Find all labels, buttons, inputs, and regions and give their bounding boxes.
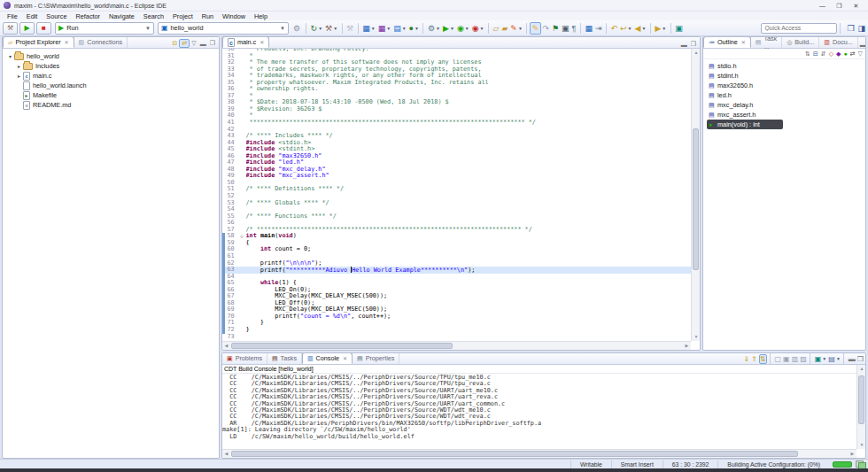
code-line[interactable]: 34 * trademarks, maskwork rights, or any… [222,73,691,80]
coverage-icon[interactable]: ◉▼ [455,22,470,35]
code-line[interactable]: 39 * $Revision: 36263 $ [222,106,691,113]
scrollbar-thumb[interactable] [231,343,453,349]
view-menu-icon[interactable]: ▽ [858,50,863,58]
scroll-left-arrow-icon[interactable]: ◀ [222,342,230,350]
outline-item-mxc-assert-h[interactable]: ▤mxc_assert.h [703,110,865,120]
code-line[interactable]: 72} [222,327,691,334]
remove-launch-icon[interactable]: ▨ [800,355,807,363]
tab-project-explorer[interactable]: ▱Project Explorer✕ [3,36,74,48]
minimize-view-icon[interactable]: ▬ [849,355,856,363]
code-line[interactable]: 46#include "max32650.h" [222,153,691,160]
perspective-current-icon[interactable]: ◨ [857,24,865,33]
open-console-icon[interactable]: ▣ [815,355,822,363]
code-line[interactable]: 64 [222,274,691,281]
menu-help[interactable]: Help [250,12,272,20]
annotation-wand-icon[interactable]: ✎▼ [509,22,524,35]
minimize-view-icon[interactable]: ▬ [198,41,208,47]
run-button[interactable]: ▶ [19,22,35,35]
code-line[interactable]: 52 [222,193,691,200]
minimize-view-icon[interactable]: ▬ [679,42,689,48]
code-line[interactable]: 35 * property whatsoever. Maxim Integrat… [222,80,691,87]
tree-item-readme-md[interactable]: ≡README.md [3,100,219,110]
maximize-view-icon[interactable]: ❒ [857,355,864,363]
scrollbar-thumb[interactable] [231,451,798,457]
code-line[interactable]: 67 MXC_Delay(MXC_DELAY_MSEC(500)); [222,293,691,300]
previous-location-icon[interactable]: ↩▼ [619,22,634,35]
console-vertical-scrollbar[interactable]: ▲ ▼ [856,365,865,449]
code-line[interactable]: 47#include "led.h" [222,159,691,166]
code-line[interactable]: 31 * [222,53,691,60]
tab-docu-[interactable]: ▥Docu... [819,36,857,48]
tree-item-makefile[interactable]: ▸Makefile [3,90,219,100]
scroll-right-arrow-icon[interactable]: ▶ [683,342,691,350]
pin-console-icon[interactable]: ▥ [792,355,799,363]
tab-build-[interactable]: ◎Build... [782,36,819,48]
code-line[interactable]: 51/* **** Definitions **** */ [222,186,691,193]
editor-horizontal-scrollbar[interactable]: ◀ ▶ [222,341,691,350]
close-button[interactable]: ✕ [848,1,864,11]
code-line[interactable]: 59{ [222,240,691,247]
next-edit-icon[interactable]: ↷ [541,22,551,35]
debug-config-icon[interactable]: ⚙▼ [426,22,441,35]
new-c-project-icon[interactable]: ▦▼ [361,22,376,35]
build-button[interactable]: ⚒ [3,22,18,35]
tab-console[interactable]: ▥Console✕ [302,352,353,364]
tab-outline[interactable]: ≔Outline✕ [703,36,751,48]
code-editor[interactable]: 30 * Products, Inc. Branding Policy.31 *… [222,49,691,341]
block-selection-icon[interactable]: ▦ [584,22,594,35]
outline-item-max32650-h[interactable]: ▤max32650.h [703,81,865,90]
show-whitespace-icon[interactable]: ¶ [570,22,577,35]
maximize-button[interactable]: ❐ [831,1,848,11]
editor-vertical-scrollbar[interactable]: ▲ ▼ [691,49,700,341]
code-line[interactable]: 63 printf("**********Adiuvo Hello World … [222,267,691,274]
pin-editor-icon[interactable]: ▣ [674,22,685,35]
link-with-editor-icon[interactable]: ⇄ [850,50,856,58]
scroll-lock-icon[interactable]: ⇅ [759,354,767,364]
outline-item-main-void-int[interactable]: ●main(void) : int [707,120,783,129]
tab-task-[interactable]: ▤Task ... [751,36,782,48]
code-line[interactable]: 60 int count = 0; [222,246,691,253]
code-line[interactable]: 62 printf("\n\n\n"); [222,260,691,267]
code-line[interactable]: 50 [222,180,691,187]
fold-minus-icon[interactable]: ⊖ [238,233,246,240]
open-resource-icon[interactable]: ▰ [500,22,509,35]
menu-project[interactable]: Project [168,12,198,20]
clear-console-icon[interactable]: ▢ [775,355,782,363]
launch-mode-combo[interactable]: ▶ Run ▼ [55,22,154,35]
mark-occurrences-icon[interactable]: ✎ [530,22,541,35]
code-line[interactable]: 68 LED_Off(0); [222,300,691,307]
tree-item-includes[interactable]: ▸Includes [3,61,219,71]
new-c-file-icon[interactable]: ▤▼ [392,22,407,35]
scroll-left-arrow-icon[interactable]: ◀ [222,450,230,458]
link-with-editor-icon[interactable]: ⇄ [179,39,190,48]
focus-icon[interactable]: ⇅ [805,50,810,58]
close-icon[interactable]: ✕ [260,39,264,45]
code-line[interactable]: 54 [222,206,691,213]
profile-icon[interactable]: ◉▼ [470,22,485,35]
expander-icon[interactable]: ▸ [15,73,23,79]
code-line[interactable]: 73 [222,334,691,341]
scroll-down-arrow-icon[interactable]: ▼ [692,333,701,341]
outline-item-mxc-delay-h[interactable]: ▤mxc_delay.h [703,100,865,110]
build-all-icon[interactable]: ⚒ [345,22,355,35]
menu-navigate[interactable]: Navigate [105,12,139,20]
code-line[interactable]: 42 [222,127,691,134]
view-menu-icon[interactable]: ▽ [190,40,198,47]
code-line[interactable]: 70 printf("count = %d\n", count++); [222,313,691,321]
outline-item-stdint-h[interactable]: ▤stdint.h [703,71,865,81]
code-line[interactable]: 45#include <stdint.h> [222,146,691,153]
code-line[interactable]: 55/* **** Functions **** */ [222,213,691,221]
expander-icon[interactable]: ▾ [6,53,14,59]
show-source-icon[interactable]: ▣ [561,22,571,35]
tab-main-c[interactable]: c main.c ✕ [222,36,269,48]
code-line[interactable]: 44#include <stdio.h> [222,140,691,147]
menu-run[interactable]: Run [198,12,218,20]
back-icon[interactable]: ◀▼ [633,22,647,35]
code-line[interactable]: 33 * of trade secrets, proprietary techn… [222,66,691,74]
tab-properties[interactable]: ▤Properties [353,352,399,364]
maximize-view-icon[interactable]: ❒ [689,41,698,48]
new-cpp-class-icon[interactable]: ▦▼ [376,22,391,35]
code-line[interactable]: 53/* **** Globals **** */ [222,200,691,207]
background-jobs-icon[interactable] [856,460,864,468]
launch-target-combo[interactable]: ▣ hello_world ▼ [158,22,289,35]
